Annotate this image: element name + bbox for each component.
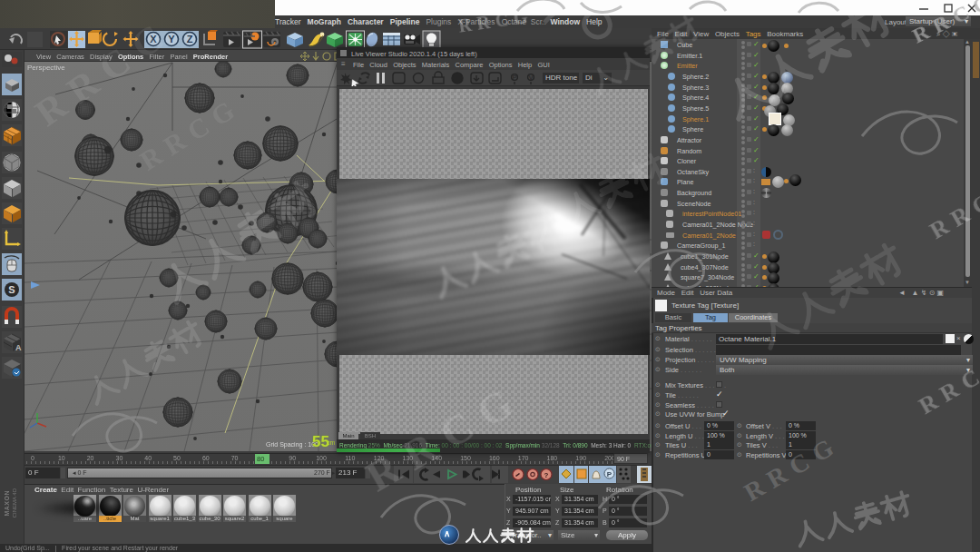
svg-text:?: ? — [544, 471, 549, 479]
svg-text:P: P — [607, 470, 612, 478]
svg-text:A: A — [15, 343, 22, 352]
svg-text:Z: Z — [187, 34, 193, 44]
svg-text:S: S — [8, 284, 15, 295]
svg-text:P: P — [513, 74, 517, 81]
svg-text:Y: Y — [168, 34, 175, 44]
svg-text:V: V — [529, 74, 534, 81]
svg-text:X: X — [150, 34, 157, 44]
